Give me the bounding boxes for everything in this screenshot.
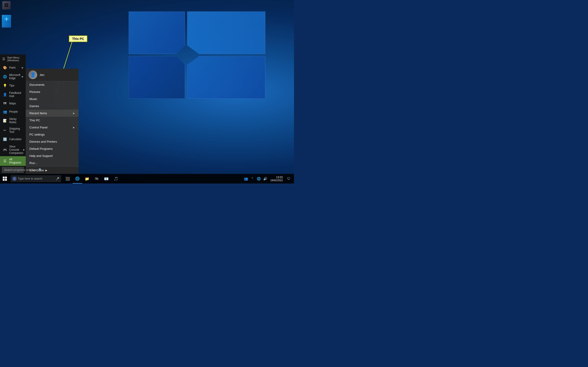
store-icon: 🛍 <box>95 177 99 181</box>
right-panel-item-documents[interactable]: Documents <box>26 81 78 88</box>
desktop-icon-1[interactable]: 🖼 <box>2 1 11 14</box>
xbox-arrow: ▶ <box>23 149 25 151</box>
mic-icon: 🎤 <box>56 177 59 181</box>
this-pc-tooltip: This PC <box>69 35 87 42</box>
desktop: 🖼 💠 This PC 👤 Jen Documents Pi <box>0 0 294 184</box>
expand-icon: ⌃ <box>251 177 254 181</box>
nav-item-snipping[interactable]: ✂ Snipping Tool <box>0 125 26 135</box>
clock-time: 13:01 <box>276 176 283 179</box>
file-explorer-icon: 📁 <box>85 177 89 181</box>
mail-button[interactable]: 📧 <box>102 174 111 184</box>
left-nav-panel: ☰ Start Menu (Windows) 🎨 Paint ▶ 🌐 Micro… <box>0 54 26 174</box>
notification-icon: 🗨 <box>287 177 290 181</box>
user-name: Jen <box>40 73 44 77</box>
right-panel-item-control-panel[interactable]: Control Panel ▶ <box>26 124 78 131</box>
network-tray-icon[interactable]: 🌐 <box>256 174 262 184</box>
taskbar-search-placeholder: Type here to search <box>18 177 42 180</box>
people-tray-glyph: 👥 <box>244 177 248 181</box>
nav-item-people[interactable]: 👥 People <box>0 108 26 116</box>
right-panel-item-music[interactable]: Music <box>26 95 78 102</box>
nav-item-all-programs[interactable]: ☰ All Programs <box>0 156 26 166</box>
nav-item-calculator[interactable]: 🔢 Calculator <box>0 135 26 143</box>
right-panel-item-games[interactable]: Games <box>26 102 78 110</box>
task-view-button[interactable]: ⬛ <box>63 174 73 184</box>
clock-date: 19/02/2021 <box>270 179 283 182</box>
taskbar: ○ Type here to search 🎤 ⬛ 🌐 📁 🛍 📧 � <box>0 174 294 184</box>
nav-item-maps[interactable]: 🗺 Maps <box>0 99 26 108</box>
system-tray: 👥 ⌃ 🌐 🔊 13:01 19/02/2021 🗨 <box>243 174 294 184</box>
network-icon: 🌐 <box>257 177 261 181</box>
shutdown-arrow: ▶ <box>45 169 47 172</box>
right-panel-item-devices[interactable]: Devices and Printers <box>26 138 78 145</box>
start-menu-title: Start Menu (Windows) <box>7 56 23 62</box>
edge-arrow: ▶ <box>22 75 23 78</box>
right-panel-item-help[interactable]: Help and Support <box>26 152 78 159</box>
right-panel: 👤 Jen Documents Pictures Music Games Rec… <box>26 69 78 174</box>
nav-item-edge[interactable]: 🌐 Microsoft Edge ▶ <box>0 72 26 81</box>
expand-tray-button[interactable]: ⌃ <box>249 174 256 184</box>
search-icon: 🔍 <box>39 168 42 172</box>
right-panel-item-run[interactable]: Run... <box>26 159 78 167</box>
notification-button[interactable]: 🗨 <box>285 174 292 184</box>
paint-icon: 🎨 <box>2 65 7 70</box>
maps-icon: 🗺 <box>2 101 7 106</box>
edge-icon: 🌐 <box>2 74 7 79</box>
user-avatar: 👤 <box>28 70 37 79</box>
system-clock[interactable]: 13:01 19/02/2021 <box>268 176 285 182</box>
taskbar-icons: ⬛ 🌐 📁 🛍 📧 🎵 <box>63 174 121 184</box>
people-tray-icon[interactable]: 👥 <box>243 174 249 184</box>
start-menu-header[interactable]: ☰ Start Menu (Windows) <box>0 54 26 64</box>
calculator-icon: 🔢 <box>2 137 7 142</box>
all-programs-icon: ☰ <box>2 158 7 164</box>
right-panel-item-default-programs[interactable]: Default Programs <box>26 145 78 152</box>
start-search-input[interactable] <box>4 168 39 172</box>
arrow-icon: ▶ <box>73 112 75 115</box>
cortana-icon: ○ <box>12 177 17 181</box>
volume-icon: 🔊 <box>263 177 267 181</box>
right-panel-item-this-pc[interactable]: This PC <box>26 117 78 124</box>
right-panel-item-pictures[interactable]: Pictures <box>26 88 78 95</box>
feedback-hub-icon: 👤 <box>2 92 7 97</box>
nav-item-feedback-hub[interactable]: 👤 Feedback Hub <box>0 90 26 99</box>
start-search-bar[interactable]: 🔍 <box>2 167 24 173</box>
xbox-icon: 🎮 <box>2 147 7 152</box>
right-panel-item-recent-items[interactable]: Recent Items ▶ <box>26 110 78 117</box>
this-pc-label: This PC <box>72 37 84 41</box>
windows-logo <box>129 11 271 161</box>
nav-item-xbox[interactable]: 🎮 Xbox Console Companion ▶ <box>0 143 26 156</box>
user-section[interactable]: 👤 Jen <box>26 69 78 81</box>
sticky-notes-icon: 📝 <box>2 118 7 123</box>
media-button[interactable]: 🎵 <box>111 174 121 184</box>
windows-icon <box>3 177 7 181</box>
mail-icon: 📧 <box>104 177 109 181</box>
desktop-icon-2[interactable]: 💠 <box>2 15 11 27</box>
file-explorer-button[interactable]: 📁 <box>82 174 92 184</box>
nav-item-paint[interactable]: 🎨 Paint ▶ <box>0 64 26 72</box>
edge-taskbar-button[interactable]: 🌐 <box>73 174 82 184</box>
start-button[interactable] <box>0 174 10 184</box>
hamburger-icon: ☰ <box>2 57 5 61</box>
store-button[interactable]: 🛍 <box>92 174 102 184</box>
arrow-icon-cp: ▶ <box>73 126 75 129</box>
edge-taskbar-icon: 🌐 <box>75 176 80 181</box>
volume-tray-icon[interactable]: 🔊 <box>262 174 268 184</box>
people-icon-nav: 👥 <box>2 109 7 114</box>
taskbar-search-box[interactable]: ○ Type here to search 🎤 <box>10 175 61 182</box>
right-panel-items: Documents Pictures Music Games Recent It… <box>26 81 78 167</box>
right-panel-item-pc-settings[interactable]: PC settings <box>26 131 78 138</box>
nav-item-tips[interactable]: 💡 Tips <box>0 81 26 90</box>
nav-item-sticky-notes[interactable]: 📝 Sticky Notes <box>0 116 26 125</box>
snipping-icon: ✂ <box>2 128 7 133</box>
tips-icon: 💡 <box>2 83 7 88</box>
task-view-icon: ⬛ <box>65 177 70 181</box>
paint-arrow: ▶ <box>22 67 23 69</box>
media-icon: 🎵 <box>114 177 118 181</box>
